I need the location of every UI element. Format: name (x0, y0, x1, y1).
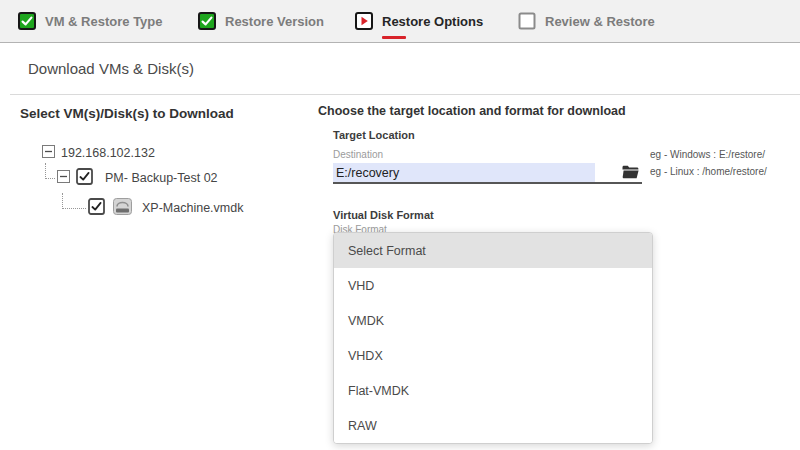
format-dropdown-menu: Select Format VHD VMDK VHDX Flat-VMDK RA… (333, 232, 653, 444)
step-label: VM & Restore Type (45, 14, 163, 29)
vm-checkbox-checked[interactable] (76, 168, 93, 189)
wizard-step-bar: VM & Restore Type Restore Version Restor… (0, 0, 800, 43)
destination-field-label: Destination (333, 149, 383, 160)
collapse-minus-icon[interactable] (42, 144, 55, 162)
step-vm-restore-type[interactable]: VM & Restore Type (18, 0, 163, 42)
form-heading: Choose the target location and format fo… (318, 104, 626, 118)
title-divider (10, 94, 800, 95)
disk-icon (113, 198, 132, 219)
play-icon (355, 12, 373, 30)
step-label: Restore Options (382, 14, 483, 29)
tree-connector (62, 193, 86, 209)
checkbox-empty-icon (518, 12, 536, 30)
virtual-disk-format-label: Virtual Disk Format (333, 209, 434, 221)
format-option-flat-vmdk[interactable]: Flat-VMDK (334, 373, 652, 408)
step-restore-version[interactable]: Restore Version (198, 0, 324, 42)
tree-node-host: 192.168.102.132 (42, 144, 155, 162)
format-option-vhd[interactable]: VHD (334, 268, 652, 303)
path-examples: eg - Windows : E:/restore/ eg - Linux : … (650, 146, 767, 180)
page-title: Download VMs & Disk(s) (28, 60, 194, 77)
step-restore-options[interactable]: Restore Options (355, 0, 483, 42)
format-option-raw[interactable]: RAW (334, 408, 652, 443)
tree-heading: Select VM(s)/Disk(s) to Download (20, 106, 234, 121)
format-option-select-format[interactable]: Select Format (334, 233, 652, 268)
checkbox-checked-green-icon (198, 12, 216, 30)
tree-node-label: PM- Backup-Test 02 (105, 171, 218, 185)
destination-field (333, 162, 642, 184)
destination-input[interactable] (333, 163, 595, 182)
windows-path-example: eg - Windows : E:/restore/ (650, 146, 767, 163)
active-step-underline (382, 36, 406, 39)
format-option-vmdk[interactable]: VMDK (334, 303, 652, 338)
restore-wizard-window: VM & Restore Type Restore Version Restor… (0, 0, 800, 450)
tree-node-vm: PM- Backup-Test 02 (45, 169, 218, 187)
tree-node-label: 192.168.102.132 (61, 146, 155, 160)
tree-connector (45, 163, 55, 179)
collapse-minus-icon[interactable] (57, 169, 70, 187)
step-label: Review & Restore (545, 14, 655, 29)
browse-folder-icon[interactable] (622, 165, 639, 179)
tree-node-disk: XP-Machine.vmdk (62, 199, 243, 217)
linux-path-example: eg - Linux : /home/restore/ (650, 163, 767, 180)
checkbox-checked-green-icon (18, 12, 36, 30)
target-location-label: Target Location (333, 129, 415, 141)
disk-checkbox-checked[interactable] (88, 198, 105, 219)
step-label: Restore Version (225, 14, 324, 29)
step-review-restore[interactable]: Review & Restore (518, 0, 655, 42)
format-option-vhdx[interactable]: VHDX (334, 338, 652, 373)
tree-node-label: XP-Machine.vmdk (142, 201, 243, 215)
